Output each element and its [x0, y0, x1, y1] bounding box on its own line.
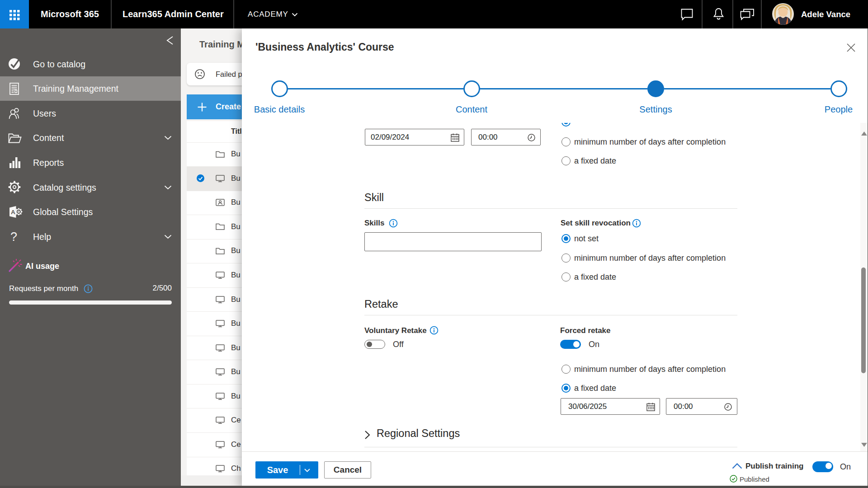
svg-text:A: A	[11, 209, 15, 216]
